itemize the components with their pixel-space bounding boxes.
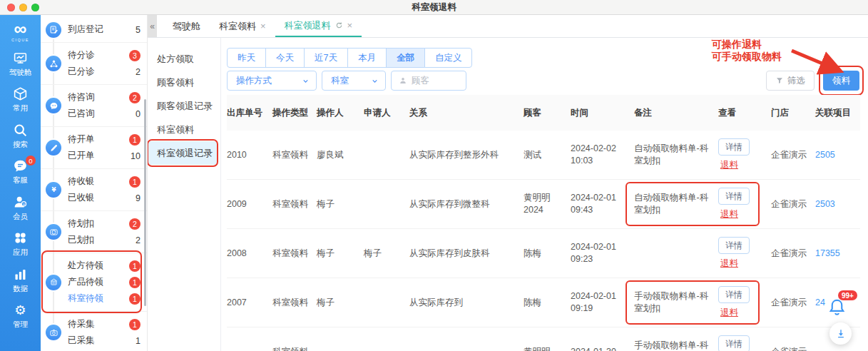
sidebar-item-会员[interactable]: v会员 (0, 190, 41, 227)
column-header-关系: 关系 (409, 107, 524, 118)
collapse-sidebar-icon[interactable]: « (148, 15, 157, 37)
cell-operator: 梅子 (317, 297, 364, 309)
cell-note: 自动领取物料单-科室划扣 (634, 143, 718, 167)
column-header-查看: 查看 (718, 107, 771, 118)
todo-item-处方待领[interactable]: 处方待领1 (41, 258, 147, 274)
column-header-门店: 门店 (771, 107, 815, 118)
return-material-link[interactable]: 退料 (720, 258, 738, 270)
todo-group: 待咨询2已咨询0 (41, 85, 147, 127)
refresh-icon[interactable] (335, 21, 343, 29)
cell-store: 企雀演示 (771, 346, 815, 351)
menu-item-科室领退记录[interactable]: 科室领退记录 (148, 141, 218, 165)
sidebar-item-驾驶舱[interactable]: 驾驶舱 (0, 46, 41, 83)
column-header-操作人: 操作人 (317, 107, 364, 118)
todo-scrollbar[interactable] (144, 99, 146, 306)
sidebar-item-管理[interactable]: ⚙管理 (0, 298, 41, 335)
dashboard-icon (13, 51, 28, 66)
person-icon (399, 76, 407, 85)
project-link[interactable]: 2505 (815, 150, 835, 160)
count-badge: 1 (129, 293, 141, 305)
count-badge: 1 (129, 319, 141, 330)
detail-button[interactable]: 详情 (718, 286, 750, 303)
menu-item-顾客领退记录[interactable]: 顾客领退记录 (148, 94, 218, 118)
member-icon: v (13, 195, 28, 210)
detail-button[interactable]: 详情 (718, 237, 750, 254)
tab-科室领料[interactable]: 科室领料× (210, 15, 275, 37)
sidebar-item-label: 数据 (13, 284, 28, 294)
date-filter-本月[interactable]: 本月 (347, 48, 387, 68)
count-badge: 2 (129, 218, 141, 230)
date-filter-全部[interactable]: 全部 (386, 48, 425, 68)
detail-button[interactable]: 详情 (718, 188, 750, 205)
project-link[interactable]: 2503 (815, 199, 835, 209)
detail-button[interactable]: 详情 (718, 138, 750, 156)
close-tab-icon[interactable]: × (260, 21, 266, 31)
detail-button[interactable]: 详情 (718, 335, 750, 351)
sidebar-item-客服[interactable]: 0客服 (0, 154, 41, 190)
zoom-window-button[interactable] (31, 4, 39, 11)
infinity-icon: ∞ (11, 20, 29, 38)
customer-search-input[interactable]: 顾客 (391, 71, 466, 91)
column-header-时间: 时间 (571, 107, 634, 118)
column-header-顾客: 顾客 (524, 107, 571, 118)
operation-type-select[interactable]: 操作方式 (227, 71, 317, 91)
table-row: 2007科室领料梅子从实际库存到陈梅2024-02-01 09:19手动领取物料… (227, 278, 860, 327)
annotation-line2: 可手动领取物料 (712, 51, 782, 63)
svg-text:¥: ¥ (51, 186, 56, 193)
cell-operation-type: 科室领料 (272, 248, 317, 260)
date-filter-昨天[interactable]: 昨天 (227, 48, 266, 68)
department-select[interactable]: 科室 (322, 71, 386, 91)
cell-time: 2024-02-02 10:03 (571, 143, 634, 167)
cell-operation-type: 科室领料 (272, 149, 317, 161)
date-filter-近7天[interactable]: 近7天 (304, 48, 348, 68)
sidebar-item-常用[interactable]: 常用 (0, 82, 41, 118)
cell-note: 手动领取物料单-科室划扣 (634, 340, 718, 351)
project-link[interactable]: 24 (815, 297, 825, 307)
sidebar-item-搜索[interactable]: 搜索 (0, 118, 41, 155)
date-filter-自定义[interactable]: 自定义 (424, 48, 473, 68)
todo-group: 处方待领1产品待领1科室待领1 (41, 253, 147, 312)
project-link[interactable]: 17355 (815, 248, 840, 258)
filter-button[interactable]: 筛选 (766, 71, 815, 91)
funnel-icon (775, 76, 784, 85)
menu-item-科室领料[interactable]: 科室领料 (148, 118, 218, 141)
unread-badge: 0 (26, 156, 36, 166)
main-content: 昨天今天近7天本月全部自定义 操作方式 科室 顾客 筛选 领料 可操作退料 可手… (221, 38, 868, 351)
minimize-window-button[interactable] (19, 4, 27, 11)
cell-note: 自动领取物料单-科室划扣 (634, 192, 718, 216)
table-row: 2009科室领料梅子从实际库存到微整科黄明明20242024-02-01 09:… (227, 180, 860, 229)
cell-customer: 陈梅 (524, 248, 571, 260)
cell-outbound-no: 2008 (227, 248, 272, 260)
todo-item-科室待领[interactable]: 科室待领1 (41, 290, 147, 307)
count-value: 10 (131, 151, 141, 161)
cell-time: 2024-02-01 09:23 (571, 241, 634, 265)
close-tab-icon[interactable]: × (347, 20, 353, 31)
sidebar-item-应用[interactable]: 应用 (0, 226, 41, 263)
table-row: 科室领料黄明明2024-01-30手动领取物料单-科室划扣详情退料企雀演示 (227, 327, 860, 351)
bell-icon[interactable] (827, 297, 847, 317)
menu-item-顾客领料[interactable]: 顾客领料 (148, 71, 218, 94)
cell-store: 企雀演示 (771, 149, 815, 161)
sidebar-item-label: 搜索 (13, 140, 28, 150)
logo-text: CIQUE (11, 39, 29, 43)
tab-驾驶舱[interactable]: 驾驶舱 (163, 15, 210, 37)
close-window-button[interactable] (7, 4, 15, 11)
tab-label: 科室领料 (219, 20, 256, 33)
sidebar-item-数据[interactable]: 数据 (0, 263, 41, 299)
sidebar-item-label: 管理 (13, 320, 28, 330)
annotation-line1: 可操作退料 (712, 39, 782, 51)
download-button[interactable] (829, 322, 852, 345)
cell-operator: 梅子 (317, 198, 364, 210)
return-material-link[interactable]: 退料 (720, 208, 738, 220)
tab-科室领退料[interactable]: 科室领退料× (275, 15, 362, 37)
chevron-down-icon (371, 77, 379, 85)
todo-item-label: 已分诊 (68, 66, 136, 78)
date-filter-今天[interactable]: 今天 (265, 48, 305, 68)
operation-type-value: 操作方式 (236, 75, 272, 87)
receive-material-button[interactable]: 领料 (823, 71, 859, 91)
return-material-link[interactable]: 退料 (720, 307, 738, 319)
todo-item-label: 已采集 (68, 335, 136, 347)
return-material-link[interactable]: 退料 (720, 159, 738, 171)
count-badge: 3 (129, 50, 141, 61)
menu-item-处方领取[interactable]: 处方领取 (148, 47, 218, 71)
